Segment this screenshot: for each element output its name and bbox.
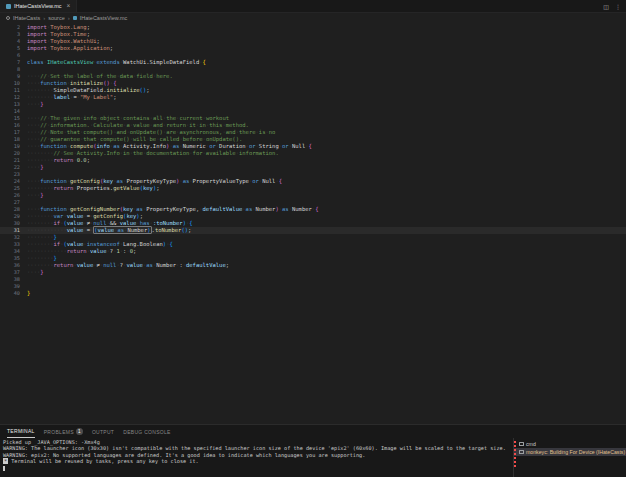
line-number[interactable]: 14 [0, 108, 20, 115]
line-number[interactable]: 25 [0, 185, 20, 192]
line-number[interactable]: 38 [0, 276, 20, 283]
code-line[interactable]: 5import·Toybox.Application; [0, 45, 626, 52]
code-line[interactable]: 24····function·getConfig(key·as·Property… [0, 178, 626, 185]
breadcrumb-folder[interactable]: source [48, 15, 65, 21]
breadcrumb-file[interactable]: IHateCastsView.mc [80, 15, 128, 21]
line-number[interactable]: 4 [0, 38, 20, 45]
code-line[interactable]: 25········return·Properties.getValue(key… [0, 185, 626, 192]
line-number[interactable]: 12 [0, 94, 20, 101]
line-number[interactable]: 29 [0, 213, 20, 220]
line-number[interactable]: 39 [0, 283, 20, 290]
code-line[interactable]: 19····function·compute(info·as·Activity.… [0, 143, 626, 150]
code-line[interactable]: 6 [0, 52, 626, 59]
line-number[interactable]: 6 [0, 52, 20, 59]
code-line[interactable]: 38 [0, 276, 626, 283]
code-line[interactable]: 8 [0, 66, 626, 73]
line-number[interactable]: 15 [0, 115, 20, 122]
code-line[interactable]: 29········var·value·=·getConfig(key); [0, 213, 626, 220]
close-tab-icon[interactable]: × [67, 3, 71, 9]
code-line[interactable]: 15····//·The·given·info·object·contains·… [0, 115, 626, 122]
line-number[interactable]: 11 [0, 87, 20, 94]
code-line[interactable]: 11········SimpleDataField.initialize(); [0, 87, 626, 94]
line-number[interactable]: 5 [0, 45, 20, 52]
line-number[interactable]: 27 [0, 199, 20, 206]
code-line[interactable]: 26····} [0, 192, 626, 199]
code-line[interactable]: 40} [0, 290, 626, 297]
code-line[interactable]: 18····//·guarantee·that·compute()·will·b… [0, 136, 626, 143]
code-line[interactable]: 37····} [0, 269, 626, 276]
line-number[interactable]: 7 [0, 59, 20, 66]
line-number[interactable]: 9 [0, 73, 20, 80]
line-number[interactable]: 2 [0, 24, 20, 31]
line-number[interactable]: 31 [0, 227, 20, 234]
code-token: //·The·given·info·object·contains·all·th… [40, 115, 229, 121]
code-content: class·IHateCastsView·extends·WatchUi.Sim… [27, 59, 206, 66]
code-line[interactable]: 32········} [0, 234, 626, 241]
code-line[interactable]: 33········if·(value·instanceof·Lang.Bool… [0, 241, 626, 248]
line-number[interactable]: 18 [0, 136, 20, 143]
line-number[interactable]: 24 [0, 178, 20, 185]
line-number[interactable]: 16 [0, 122, 20, 129]
code-line[interactable]: 35········} [0, 255, 626, 262]
line-number[interactable]: 22 [0, 164, 20, 171]
code-line[interactable]: 23 [0, 171, 626, 178]
line-number[interactable]: 20 [0, 150, 20, 157]
monkeyc-file-icon [73, 16, 77, 20]
code-line[interactable]: 7class·IHateCastsView·extends·WatchUi.Si… [0, 59, 626, 66]
code-line[interactable]: 2import·Toybox.Lang; [0, 24, 626, 31]
line-number[interactable]: 26 [0, 192, 20, 199]
line-number[interactable]: 28 [0, 206, 20, 213]
panel-tab-problems[interactable]: PROBLEMS 1 [44, 426, 83, 438]
line-number[interactable]: 8 [0, 66, 20, 73]
code-line[interactable]: 39 [0, 283, 626, 290]
breadcrumb-project[interactable]: IHateCasts [13, 15, 40, 21]
split-editor-icon[interactable]: ◫ [603, 3, 609, 10]
code-token: ; [110, 45, 113, 51]
code-line[interactable]: 16····//·information.·Calculate·a·value·… [0, 122, 626, 129]
terminal-line [3, 465, 513, 471]
code-line[interactable]: 34············return·value·?·1·:·0; [0, 248, 626, 255]
code-line[interactable]: 10····function·initialize()·{ [0, 80, 626, 87]
code-line[interactable]: 17····//·Note·that·compute()·and·onUpdat… [0, 129, 626, 136]
line-number[interactable]: 3 [0, 31, 20, 38]
line-number[interactable]: 10 [0, 80, 20, 87]
code-line[interactable]: 14 [0, 108, 626, 115]
code-line[interactable]: 13····} [0, 101, 626, 108]
line-number[interactable]: 21 [0, 157, 20, 164]
code-line[interactable]: 9····//·Set·the·label·of·the·data·field·… [0, 73, 626, 80]
line-number[interactable]: 40 [0, 290, 20, 297]
line-number[interactable]: 36 [0, 262, 20, 269]
line-number[interactable]: 23 [0, 171, 20, 178]
panel-tab-output[interactable]: OUTPUT [92, 426, 114, 438]
line-number[interactable]: 17 [0, 129, 20, 136]
terminal-list-item-cmd[interactable]: cmd [514, 440, 626, 448]
line-number[interactable]: 34 [0, 248, 20, 255]
line-number[interactable]: 33 [0, 241, 20, 248]
code-line[interactable]: 36········return·value·≠·null·?·value·as… [0, 262, 626, 269]
panel-tab-debug-console[interactable]: DEBUG CONSOLE [123, 426, 171, 438]
line-number[interactable]: 37 [0, 269, 20, 276]
line-number[interactable]: 35 [0, 255, 20, 262]
terminal-output[interactable]: Picked up _JAVA_OPTIONS: -Xmx4gWARNING: … [0, 438, 513, 477]
line-number[interactable]: 30 [0, 220, 20, 227]
code-line[interactable]: 27 [0, 199, 626, 206]
code-token: getConfigNumber [70, 206, 120, 212]
code-line[interactable]: 28····function·getConfigNumber(key·as·Pr… [0, 206, 626, 213]
line-number[interactable]: 13 [0, 101, 20, 108]
line-number[interactable]: 32 [0, 234, 20, 241]
code-line[interactable]: 4import·Toybox.WatchUi; [0, 38, 626, 45]
panel-tab-terminal[interactable]: TERMINAL [7, 426, 35, 438]
code-token: return [67, 248, 87, 254]
code-line[interactable]: 3import·Toybox.Time; [0, 31, 626, 38]
code-line[interactable]: 20········//·See·Activity.Info·in·the·do… [0, 150, 626, 157]
code-editor[interactable]: 2import·Toybox.Lang;3import·Toybox.Time;… [0, 23, 626, 424]
code-line[interactable]: 21········return·0.0; [0, 157, 626, 164]
code-line[interactable]: 22····} [0, 164, 626, 171]
terminal-list-item-monkeyc-task[interactable]: monkeyc: Building For Device (IHateCasts… [514, 448, 626, 456]
code-line[interactable]: 12········label·=·"My·Label"; [0, 94, 626, 101]
code-token: import [27, 31, 47, 37]
line-number[interactable]: 19 [0, 143, 20, 150]
more-actions-icon[interactable]: ⋮ [615, 3, 621, 10]
code-line[interactable]: 31············value·=·(value·as·Number).… [0, 227, 626, 234]
tab-ihatecastsview[interactable]: IHateCastsView.mc × [0, 0, 77, 12]
